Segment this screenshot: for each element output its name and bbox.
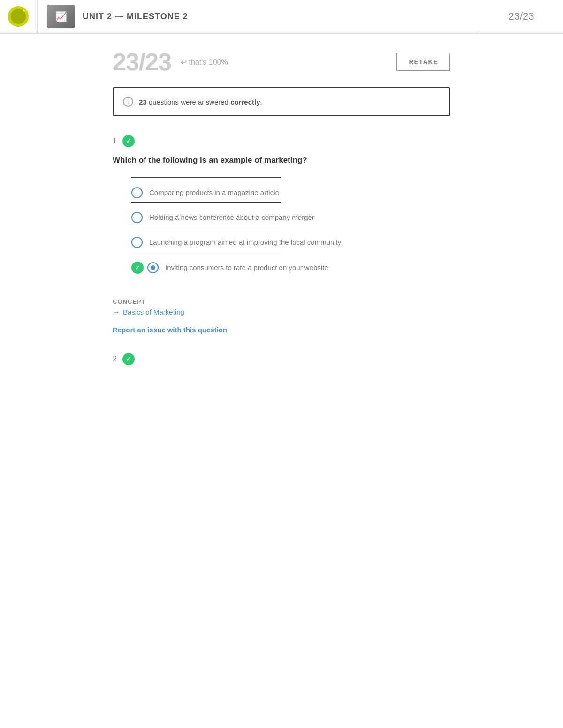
option-1-text: Comparing products in a magazine article (149, 188, 279, 197)
score-big: 23/23 (113, 48, 171, 76)
question-2-header: 2 (113, 353, 450, 365)
question-1-header: 1 (113, 135, 450, 147)
info-icon: i (123, 97, 133, 107)
question-2-correct-icon (122, 353, 135, 365)
svg-point-0 (8, 6, 29, 27)
unit-title: UNIT 2 — MILESTONE 2 (83, 12, 188, 22)
option-2-text: Holding a news conference about a compan… (149, 212, 314, 222)
correct-answer-icon (131, 262, 144, 274)
question-1-correct-icon (122, 135, 135, 147)
answer-option-2[interactable]: Holding a news conference about a compan… (131, 210, 450, 225)
option-3-text: Launching a program aimed at improving t… (149, 237, 341, 247)
divider-3 (131, 227, 282, 227)
logo-icon (8, 6, 29, 27)
divider-1 (131, 177, 282, 178)
divider-4 (131, 252, 282, 252)
info-text: 23 questions were answered correctly. (139, 98, 262, 106)
question-1: 1 Which of the following is an example o… (113, 135, 450, 334)
concept-text: Basics of Marketing (123, 308, 184, 316)
correct-answer-row (131, 262, 159, 274)
logo[interactable] (0, 0, 38, 33)
unit-thumbnail (47, 5, 75, 28)
option-4-text: Inviting consumers to rate a product on … (165, 263, 328, 272)
question-2-preview: 2 (113, 353, 450, 365)
question-1-text: Which of the following is an example of … (113, 155, 450, 166)
radio-4-inner (151, 265, 155, 270)
page-header: UNIT 2 — MILESTONE 2 23/23 (0, 0, 563, 34)
concept-link[interactable]: → Basics of Marketing (113, 308, 450, 316)
radio-1[interactable] (131, 187, 143, 198)
info-box: i 23 questions were answered correctly. (113, 87, 450, 116)
retake-button[interactable]: RETAKE (396, 53, 450, 71)
answer-option-4[interactable]: Inviting consumers to rate a product on … (131, 260, 450, 276)
radio-4[interactable] (147, 262, 159, 273)
concept-label: CONCEPT (113, 298, 450, 305)
concept-section: CONCEPT → Basics of Marketing Report an … (113, 291, 450, 334)
divider-2 (131, 202, 282, 203)
radio-2[interactable] (131, 212, 143, 223)
correct-count: 23 (139, 98, 147, 106)
question-1-number: 1 (113, 137, 117, 145)
score-label: ↩ that's 100% (181, 58, 228, 67)
answer-option-1[interactable]: Comparing products in a magazine article (131, 185, 450, 200)
score-section: 23/23 ↩ that's 100% RETAKE (113, 48, 450, 76)
answer-option-3[interactable]: Launching a program aimed at improving t… (131, 235, 450, 250)
main-content: 23/23 ↩ that's 100% RETAKE i 23 question… (94, 34, 469, 387)
answer-options: Comparing products in a magazine article… (113, 177, 450, 276)
question-2-number: 2 (113, 355, 117, 363)
report-issue-link[interactable]: Report an issue with this question (113, 326, 227, 334)
header-score: 23/23 (479, 0, 563, 33)
radio-3[interactable] (131, 237, 143, 248)
arrow-icon: → (113, 308, 120, 316)
